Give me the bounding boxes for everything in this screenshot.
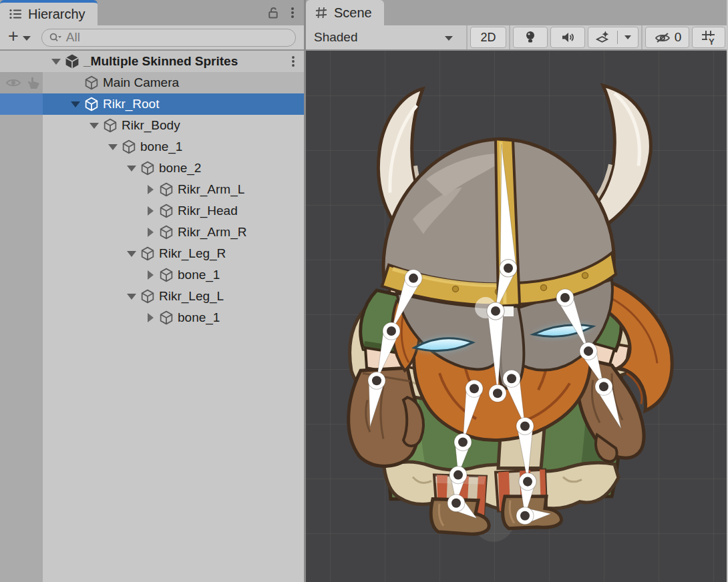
row-label: _Multiple Skinned Sprites [83, 54, 238, 69]
triangle-collapsed-icon [148, 185, 154, 194]
toolbar-separator [641, 25, 643, 49]
hierarchy-row-multiple-skinned-sprites[interactable]: _Multiple Skinned Sprites [0, 51, 304, 72]
hierarchy-menu-kebab-icon[interactable] [288, 5, 297, 21]
bone-joint-core [491, 306, 500, 316]
hierarchy-row-rikr-leg-r[interactable]: Rikr_Leg_R [0, 243, 304, 264]
row-body: Rikr_Head [43, 200, 304, 222]
gameobject-cube-icon [158, 310, 174, 326]
expander-toggle[interactable] [51, 56, 61, 67]
scene-visibility-button[interactable]: 0 [645, 27, 689, 48]
scene-effects-button[interactable] [588, 27, 639, 48]
scene-grid-settings-button[interactable]: Y [692, 27, 725, 48]
hierarchy-row-rikr-leg-l[interactable]: Rikr_Leg_L [0, 286, 304, 307]
bone-joint-core [470, 384, 479, 393]
expander-toggle[interactable] [145, 270, 156, 280]
scene-tabbar: Scene [306, 0, 727, 25]
scene-lighting-button[interactable] [513, 27, 548, 48]
draw-mode-label: Shaded [314, 30, 358, 45]
visibility-eye-icon[interactable] [5, 75, 21, 90]
expander-toggle[interactable] [89, 120, 100, 131]
search-icon [49, 31, 62, 43]
effects-split-divider [617, 31, 618, 44]
scene-viewport[interactable] [306, 51, 727, 582]
hierarchy-row-bone-2[interactable]: bone_2 [0, 158, 304, 179]
row-label: Rikr_Leg_R [159, 246, 226, 261]
row-body: _Multiple Skinned Sprites [43, 51, 304, 72]
expander-toggle[interactable] [145, 312, 156, 323]
pickability-hand-icon[interactable] [25, 75, 41, 90]
triangle-expanded-icon [108, 144, 118, 150]
toggle-2d-button[interactable]: 2D [470, 27, 506, 48]
add-gameobject-dropdown-icon[interactable] [23, 36, 31, 41]
hierarchy-row-rikr-root[interactable]: Rikr_Root [0, 93, 304, 115]
expander-toggle[interactable] [126, 248, 137, 259]
effects-dropdown-caret-icon[interactable] [624, 35, 631, 39]
tab-scene[interactable]: Scene [306, 0, 384, 25]
eye-hidden-icon [653, 29, 672, 45]
bone-joint-core [520, 511, 530, 521]
unity-logo-icon [64, 53, 80, 69]
tab-hierarchy[interactable]: Hierarchy [0, 0, 98, 25]
hierarchy-row-bone-1[interactable]: bone_1 [0, 264, 304, 286]
draw-mode-dropdown[interactable]: Shaded [306, 25, 465, 49]
row-body: bone_2 [43, 158, 304, 179]
toggle-2d-label: 2D [480, 31, 496, 45]
triangle-expanded-icon [127, 166, 136, 172]
triangle-expanded-icon [127, 294, 136, 300]
tab-scene-label: Scene [334, 5, 372, 21]
row-body: Main Camera [43, 72, 304, 93]
row-body: Rikr_Root [43, 93, 304, 115]
toolbar-separator [509, 25, 510, 49]
triangle-collapsed-icon [148, 270, 154, 280]
row-gutter [0, 158, 43, 179]
row-gutter [0, 136, 43, 158]
scene-toolbar: Shaded 2D [306, 25, 727, 51]
scene-audio-button[interactable] [550, 27, 585, 48]
hierarchy-row-bone-1[interactable]: bone_1 [0, 307, 304, 328]
unlock-icon[interactable] [265, 5, 281, 21]
bone-joint-core [453, 471, 463, 480]
expander-toggle[interactable] [126, 163, 137, 174]
row-label: bone_2 [159, 161, 201, 176]
expander-toggle[interactable] [70, 99, 81, 109]
bone-joint-core [523, 477, 532, 487]
grid-axis-letter: Y [709, 37, 715, 46]
row-label: Rikr_Root [103, 97, 159, 111]
hierarchy-tree: _Multiple Skinned SpritesMain CameraRikr… [0, 51, 304, 582]
row-body: bone_1 [43, 264, 304, 286]
hierarchy-search-input[interactable]: All [41, 29, 296, 47]
expander-toggle[interactable] [145, 227, 156, 238]
expander-toggle[interactable] [145, 184, 156, 195]
row-gutter [0, 264, 43, 286]
row-label: Rikr_Head [178, 204, 238, 218]
gameobject-cube-icon [121, 139, 137, 155]
hierarchy-row-rikr-arm-l[interactable]: Rikr_Arm_L [0, 179, 304, 200]
bone-joint-core [372, 376, 381, 385]
hierarchy-row-rikr-body[interactable]: Rikr_Body [0, 115, 304, 136]
gameobject-cube-icon [102, 117, 118, 133]
hierarchy-panel: Hierarchy + All [0, 0, 306, 582]
row-body: Rikr_Leg_R [43, 243, 304, 264]
draw-mode-caret-icon [445, 36, 453, 41]
row-body: bone_1 [43, 136, 304, 158]
hierarchy-row-bone-1[interactable]: bone_1 [0, 136, 304, 158]
hierarchy-row-main-camera[interactable]: Main Camera [0, 72, 304, 93]
row-gutter [0, 179, 43, 200]
triangle-collapsed-icon [148, 228, 154, 237]
hierarchy-row-rikr-arm-r[interactable]: Rikr_Arm_R [0, 222, 304, 243]
triangle-expanded-icon [89, 123, 99, 129]
tab-hierarchy-label: Hierarchy [28, 7, 85, 22]
row-body: bone_1 [43, 307, 304, 328]
scene-menu-kebab-icon[interactable] [289, 54, 297, 69]
scene-panel: Scene Shaded 2D [306, 0, 727, 582]
gameobject-cube-icon [158, 203, 174, 219]
expander-toggle[interactable] [126, 291, 137, 302]
row-body: Rikr_Arm_L [43, 179, 304, 200]
expander-toggle[interactable] [108, 141, 118, 152]
add-gameobject-button[interactable]: + [4, 27, 21, 47]
hierarchy-row-rikr-head[interactable]: Rikr_Head [0, 200, 304, 222]
expander-toggle[interactable] [145, 206, 156, 216]
triangle-expanded-icon [127, 251, 136, 257]
expander-spacer [70, 77, 81, 88]
gameobject-cube-icon [158, 224, 174, 240]
